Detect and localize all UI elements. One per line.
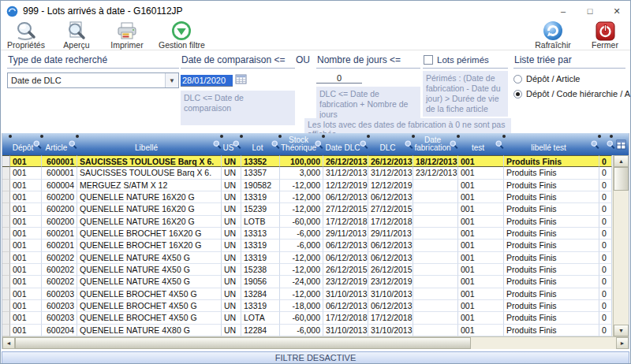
table-cell: 06/12/2013 <box>368 252 413 264</box>
table-cell: 06/12/2013 <box>323 300 368 312</box>
column-boundary-dot <box>76 135 79 138</box>
scroll-left-button[interactable]: ◄ <box>2 337 15 349</box>
liste-triee-options: Dépôt / ArticleDépôt / Code hiérarchie /… <box>513 74 625 98</box>
table-cell: 13352 <box>241 155 280 167</box>
table-row[interactable]: 001600204QUENELLE NATURE 4X80 GUN12284-6… <box>2 325 612 336</box>
column-boundary-dot <box>278 135 282 138</box>
minimize-button[interactable]: – <box>550 1 577 21</box>
grid-icon[interactable] <box>616 139 626 151</box>
table-cell: QUENELLE NATURE 16X20 G <box>77 203 222 215</box>
table-row[interactable]: 001600202QUENELLE NATURE 4X50 GUN13319-1… <box>2 252 612 264</box>
table-row[interactable]: 001600001SAUCISSES TOULOUSE Barq X 6.UN1… <box>2 167 612 179</box>
table-row[interactable]: 001600203QUENELLE BROCHET 4X50 GUNLOTA-6… <box>2 312 612 324</box>
scroll-right-button[interactable]: ► <box>616 337 629 349</box>
table-cell: 001 <box>10 240 42 251</box>
column-filter-icon[interactable] <box>69 140 77 151</box>
lots-perimes-checkbox[interactable] <box>424 55 433 65</box>
table-row[interactable]: 001600203QUENELLE BROCHET 4X50 GUN13284-… <box>2 288 612 300</box>
table-cell: -6,000 <box>280 228 323 240</box>
column-filter-icon[interactable] <box>213 140 222 151</box>
table-cell: 0 <box>599 276 612 288</box>
column-filter-icon[interactable] <box>360 140 368 151</box>
table-cell: 13319 <box>241 191 280 203</box>
nombre-jours-description: DLC <= Date de fabrication + Nombre de j… <box>316 87 420 121</box>
close-button[interactable]: ✕ <box>603 1 630 21</box>
column-filter-icon[interactable] <box>450 140 458 151</box>
vertical-scrollbar[interactable]: ▲ ▼ <box>613 155 629 336</box>
column-filter-icon[interactable] <box>495 140 504 151</box>
table-cell: QUENELLE BROCHET 16X20 G <box>77 228 222 240</box>
table-cell: 0 <box>599 191 612 203</box>
column-header[interactable]: US <box>222 133 241 155</box>
table-row[interactable]: 001600202QUENELLE NATURE 4X50 GUN15238-1… <box>2 264 612 276</box>
table-row[interactable]: 001600202QUENELLE NATURE 4X50 GUN19056-2… <box>2 276 612 288</box>
column-filter-icon[interactable] <box>405 140 413 151</box>
aper-u-button[interactable]: Aperçu <box>58 21 95 50</box>
imprimer-button[interactable]: Imprimer <box>108 21 146 50</box>
table-cell: 600202 <box>42 276 77 288</box>
filter-lots-perimes: Lots périmés Périmés : (Date de fabricat… <box>423 54 508 117</box>
table-cell <box>413 228 458 240</box>
column-filter-icon[interactable] <box>33 140 42 151</box>
table-cell: 31/10/2013 <box>323 325 368 336</box>
refresh-icon <box>543 21 563 40</box>
vertical-scroll-thumb[interactable] <box>614 167 629 191</box>
column-header[interactable]: Libellé <box>77 133 222 155</box>
column-filter-icon[interactable] <box>271 140 280 151</box>
nombre-jours-input[interactable] <box>316 73 362 84</box>
gestion-filtre-button[interactable]: Gestion filtre <box>159 21 205 50</box>
column-header[interactable]: Lot <box>241 133 280 155</box>
horizontal-scroll-track[interactable] <box>471 337 616 349</box>
table-row[interactable]: 001600001SAUCISSES TOULOUSE Barq X 6.UN1… <box>2 155 612 167</box>
header-extra[interactable] <box>599 133 628 155</box>
table-cell: 001 <box>10 228 42 240</box>
column-filter-icon[interactable] <box>607 140 615 151</box>
table-row[interactable]: 001600004MERGUEZ S/ATM X 12UN190582-12,0… <box>2 180 612 191</box>
column-header[interactable]: DLC <box>368 133 413 155</box>
table-row[interactable]: 001600203QUENELLE BROCHET 4X50 GUN13319-… <box>2 300 612 312</box>
column-header[interactable]: Dépôt <box>10 133 42 155</box>
table-cell: UN <box>222 288 241 300</box>
horizontal-scrollbar[interactable]: ◄ ► <box>2 336 629 349</box>
column-header[interactable]: Article <box>42 133 77 155</box>
table-row[interactable]: 001600200QUENELLE NATURE 16X20 GUN13319-… <box>2 191 612 203</box>
power-icon <box>596 21 615 40</box>
sort-option-radio[interactable]: Dépôt / Article <box>513 74 625 84</box>
table-row[interactable]: 001600201QUENELLE BROCHET 16X20 GUN13319… <box>2 240 612 251</box>
table-cell: -6,000 <box>280 325 323 336</box>
table-cell: Produits Finis <box>504 276 599 288</box>
table-cell: 001 <box>458 216 504 228</box>
propri-t-s-button[interactable]: Propriétés <box>7 21 45 50</box>
horizontal-scroll-thumb[interactable] <box>15 337 471 349</box>
calendar-icon[interactable] <box>235 73 247 87</box>
column-header[interactable]: Stock Théorique <box>280 133 323 155</box>
scroll-up-button[interactable]: ▲ <box>614 155 629 167</box>
rafra-chir-button[interactable]: Rafraîchir <box>534 21 572 50</box>
scroll-down-button[interactable]: ▼ <box>614 325 629 336</box>
column-filter-icon[interactable] <box>591 140 599 151</box>
column-filter-icon[interactable] <box>233 140 241 151</box>
table-cell: 27/12/2015 <box>323 203 368 215</box>
table-row[interactable]: 001600201QUENELLE BROCHET 16X20 GUN13313… <box>2 228 612 240</box>
column-header[interactable]: libellé test <box>504 133 599 155</box>
table-cell: 29/11/2013 <box>368 228 413 240</box>
table-cell: UN <box>222 252 241 264</box>
table-row[interactable]: 001600200QUENELLE NATURE 16X20 GUNLOTB-6… <box>2 216 612 228</box>
sort-option-radio[interactable]: Dépôt / Code hiérarchie / Article <box>513 89 625 98</box>
toolbar: PropriétésAperçuImprimerGestion filtre R… <box>1 21 630 50</box>
table-cell: 06/12/2013 <box>323 240 368 251</box>
chevron-down-icon[interactable]: ▼ <box>165 73 178 87</box>
table-cell: 0 <box>599 300 612 312</box>
column-filter-icon[interactable] <box>315 140 323 151</box>
fermer-button[interactable]: Fermer <box>586 21 624 50</box>
column-header[interactable]: Date DLC <box>323 133 368 155</box>
table-cell: 001 <box>458 180 504 191</box>
maximize-button[interactable]: □ <box>577 1 603 21</box>
column-header[interactable]: test <box>458 133 504 155</box>
type-date-select[interactable]: Date de DLC ▼ <box>7 72 179 88</box>
date-comparaison-input[interactable] <box>181 75 233 87</box>
table-row[interactable]: 001600200QUENELLE NATURE 16X20 GUN15239-… <box>2 203 612 215</box>
table-cell: 17/12/2018 <box>323 312 368 324</box>
table-cell: 001 <box>10 203 42 215</box>
column-header[interactable]: Date fabrication <box>413 133 458 155</box>
